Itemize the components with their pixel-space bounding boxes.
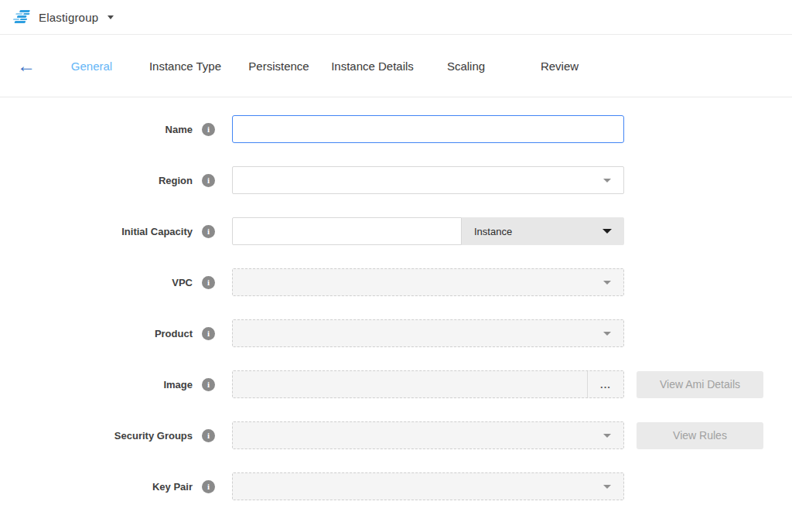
info-icon[interactable]: i <box>202 225 215 238</box>
info-icon[interactable]: i <box>202 378 215 391</box>
chevron-down-icon <box>603 434 611 438</box>
tab-scaling[interactable]: Scaling <box>419 60 513 73</box>
vpc-label: VPC <box>172 277 193 288</box>
form-row-vpc: VPC i <box>0 268 792 296</box>
info-icon[interactable]: i <box>202 123 215 136</box>
form-row-initial-capacity: Initial Capacity i Instance <box>0 217 792 245</box>
wizard-tabs: General Instance Type Persistence Instan… <box>45 60 606 73</box>
tab-review[interactable]: Review <box>513 60 606 73</box>
chevron-down-icon[interactable] <box>108 15 114 19</box>
image-picker: ... <box>232 370 624 398</box>
tab-general[interactable]: General <box>45 60 138 73</box>
image-picker-value <box>233 371 587 397</box>
key-pair-select <box>232 472 624 500</box>
back-arrow-icon[interactable]: ← <box>17 56 37 75</box>
tab-persistence[interactable]: Persistence <box>232 60 326 73</box>
form-row-product: Product i <box>0 319 792 347</box>
view-ami-details-button: View Ami Details <box>637 371 763 398</box>
vpc-select <box>232 268 624 296</box>
chevron-down-icon <box>603 229 612 234</box>
chevron-down-icon <box>603 332 611 336</box>
chevron-down-icon <box>603 179 611 182</box>
form-row-security-groups: Security Groups i View Rules <box>0 421 792 449</box>
app-name[interactable]: Elastigroup <box>39 11 98 24</box>
security-groups-label: Security Groups <box>114 430 193 442</box>
form-row-name: Name i <box>0 115 792 143</box>
top-bar: Elastigroup <box>0 0 792 35</box>
info-icon[interactable]: i <box>202 276 215 289</box>
capacity-unit-value: Instance <box>474 226 512 237</box>
info-icon[interactable]: i <box>202 174 215 187</box>
security-groups-select <box>232 421 624 449</box>
form-row-image: Image i ... View Ami Details <box>0 370 792 398</box>
capacity-unit-select[interactable]: Instance <box>462 217 624 245</box>
info-icon[interactable]: i <box>202 429 215 442</box>
tab-instance-details[interactable]: Instance Details <box>326 60 419 73</box>
initial-capacity-input[interactable] <box>232 217 462 245</box>
product-label: Product <box>155 328 193 339</box>
tab-instance-type[interactable]: Instance Type <box>138 60 232 73</box>
initial-capacity-label: Initial Capacity <box>121 226 193 237</box>
general-form: Name i Region i Initial Capacity i Inst <box>0 97 792 500</box>
wizard-nav: ← General Instance Type Persistence Inst… <box>0 35 792 97</box>
chevron-down-icon <box>603 281 611 285</box>
ellipsis-browse-icon: ... <box>587 371 623 397</box>
region-select[interactable] <box>232 166 624 194</box>
form-row-region: Region i <box>0 166 792 194</box>
image-label: Image <box>163 379 193 390</box>
name-input[interactable] <box>232 115 624 143</box>
view-rules-button: View Rules <box>637 422 763 449</box>
elastigroup-logo-icon <box>10 10 33 24</box>
product-select <box>232 319 624 347</box>
form-row-key-pair: Key Pair i <box>0 472 792 500</box>
chevron-down-icon <box>603 485 611 489</box>
name-label: Name <box>166 124 193 135</box>
key-pair-label: Key Pair <box>152 481 193 493</box>
region-label: Region <box>159 175 193 186</box>
info-icon[interactable]: i <box>202 327 215 340</box>
info-icon[interactable]: i <box>202 480 215 493</box>
